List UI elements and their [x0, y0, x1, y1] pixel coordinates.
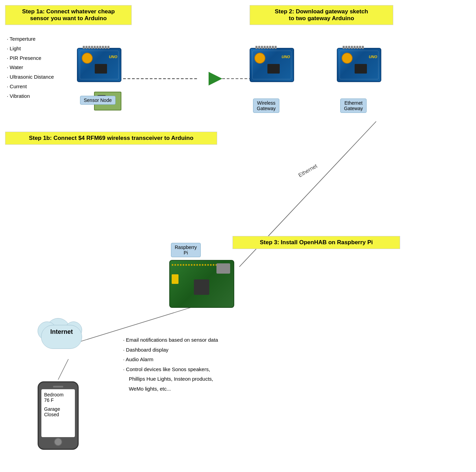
- rpi-gpio-pins: [172, 264, 226, 266]
- gpio-pin: [188, 264, 190, 266]
- ethernet-gateway-arduino: UNO: [337, 48, 381, 82]
- pin: [94, 46, 96, 49]
- phone-screen-line4: Garage: [44, 406, 72, 412]
- pin: [362, 46, 364, 49]
- raspberry-pi-label: RaspberryPi: [171, 243, 201, 257]
- wireless-gateway-text: WirelessGateway: [257, 100, 276, 111]
- gpio-pin: [199, 264, 201, 266]
- internet-label: Internet: [34, 328, 89, 336]
- gpio-pin: [177, 264, 179, 266]
- sensor-item-7: Vibration: [7, 91, 54, 101]
- arduino-uno-label: UNO: [109, 55, 117, 59]
- step2-title: Step 2: Download gateway sketch to two g…: [275, 8, 368, 22]
- pin: [83, 46, 85, 49]
- raspberry-pi-board: [169, 260, 234, 308]
- pin: [261, 46, 263, 49]
- pin: [269, 46, 271, 49]
- arduino-uno-label3: UNO: [369, 55, 377, 59]
- gpio-pin: [221, 264, 223, 266]
- pin: [275, 46, 277, 49]
- gpio-pin: [224, 264, 225, 266]
- wireless-gateway-arduino: UNO: [250, 48, 294, 82]
- pin: [359, 46, 361, 49]
- step3-title: Step 3: Install OpenHAB on Raspberry Pi: [260, 239, 373, 246]
- internet-cloud: Internet: [34, 318, 89, 352]
- gpio-pin: [218, 264, 220, 266]
- phone-home-button: [54, 438, 62, 446]
- pin: [99, 46, 101, 49]
- pin: [255, 46, 257, 49]
- sensor-list: Temperture Light PIR Presence Water Ultr…: [7, 34, 54, 101]
- sensor-node-label: Sensor Node: [80, 96, 116, 105]
- wireless-gateway-label: WirelessGateway: [253, 99, 279, 113]
- step1a-title: Step 1a: Connect whatever cheap sensor y…: [22, 8, 115, 22]
- gpio-pin: [215, 264, 217, 266]
- ethernet-diagonal-label: Ethernet: [298, 163, 318, 179]
- phone-speaker: [53, 386, 63, 388]
- gpio-pin: [204, 264, 206, 266]
- feature-item-3: Audio Alarm: [123, 355, 218, 365]
- arduino-pins-top2: [255, 46, 277, 49]
- pin: [91, 46, 93, 49]
- step3-box: Step 3: Install OpenHAB on Raspberry Pi: [233, 236, 400, 249]
- phone-screen-line1: Bedroom: [44, 392, 72, 397]
- step1b-box: Step 1b: Connect $4 RFM69 wireless trans…: [5, 132, 217, 145]
- smartphone: Bedroom 76 F Garage Closed: [38, 381, 79, 450]
- arduino-pins-top3: [343, 46, 364, 49]
- sensor-item-5: Ultrasonic Distance: [7, 72, 54, 82]
- gpio-pin: [183, 264, 184, 266]
- gpio-pin: [202, 264, 203, 266]
- pin: [85, 46, 88, 49]
- pin: [258, 46, 260, 49]
- sensor-item-2: Light: [7, 44, 54, 53]
- gpio-pin: [180, 264, 182, 266]
- feature-item-2: Dashboard display: [123, 345, 218, 355]
- pin: [354, 46, 356, 49]
- arduino-uno-label2: UNO: [282, 55, 290, 59]
- arduino-pins-top: [83, 46, 109, 49]
- rpi-yellow-connector: [172, 274, 178, 284]
- phone-screen: Bedroom 76 F Garage Closed: [41, 389, 75, 437]
- feature-list: Email notifications based on sensor data…: [123, 335, 218, 394]
- sensor-item-1: Temperture: [7, 34, 54, 44]
- gpio-pin: [194, 264, 195, 266]
- sensor-arduino: UNO: [77, 48, 121, 82]
- pin: [105, 46, 107, 49]
- step2-box: Step 2: Download gateway sketch to two g…: [250, 5, 393, 25]
- pin: [351, 46, 353, 49]
- ethernet-gateway-label: EthernetGateway: [340, 99, 367, 113]
- pin: [272, 46, 274, 49]
- sensor-item-4: Water: [7, 63, 54, 72]
- feature-item-4: Control devices like Sonos speakers, Phi…: [123, 365, 218, 394]
- pin: [102, 46, 104, 49]
- gpio-pin: [196, 264, 198, 266]
- ethernet-gateway-text: EthernetGateway: [344, 100, 363, 111]
- feature-item-1: Email notifications based on sensor data: [123, 335, 218, 345]
- pin: [266, 46, 268, 49]
- gpio-pin: [172, 264, 173, 266]
- pin: [343, 46, 345, 49]
- sensor-item-3: PIR Presence: [7, 53, 54, 63]
- pin: [107, 46, 109, 49]
- pin: [264, 46, 266, 49]
- sensor-item-6: Current: [7, 82, 54, 91]
- gpio-pin: [210, 264, 212, 266]
- raspberry-pi-text: RaspberryPi: [175, 245, 197, 255]
- arduino-chip: [95, 64, 107, 74]
- step1a-box: Step 1a: Connect whatever cheap sensor y…: [5, 5, 132, 25]
- rpi-main-chip: [194, 279, 209, 295]
- pin: [356, 46, 358, 49]
- gpio-pin: [207, 264, 209, 266]
- svg-line-5: [58, 359, 68, 380]
- arduino-chip2: [267, 64, 280, 74]
- pin: [96, 46, 98, 49]
- gpio-pin: [185, 264, 187, 266]
- pin: [345, 46, 347, 49]
- gpio-pin: [191, 264, 193, 266]
- step1b-title: Step 1b: Connect $4 RFM69 wireless trans…: [29, 135, 193, 141]
- pin: [88, 46, 90, 49]
- gpio-pin: [174, 264, 176, 266]
- pin: [348, 46, 350, 49]
- phone-screen-line2: 76 F: [44, 397, 72, 403]
- arduino-chip3: [355, 64, 367, 74]
